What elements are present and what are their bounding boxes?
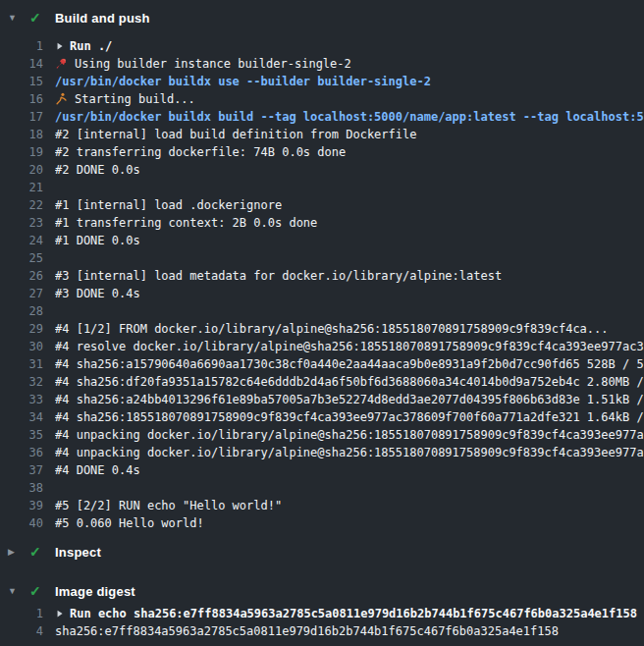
- line-text: #1 transferring context: 2B 0.0s done: [55, 214, 644, 232]
- line-text-content: #1 transferring context: 2B 0.0s done: [55, 216, 317, 230]
- line-number[interactable]: 34: [0, 408, 43, 426]
- line-number[interactable]: 26: [0, 267, 43, 285]
- line-number[interactable]: 15: [0, 73, 43, 90]
- line-number[interactable]: 28: [0, 302, 43, 320]
- section-title: Image digest: [55, 584, 135, 599]
- log-line: 19 #2 transferring dockerfile: 74B 0.0s …: [0, 143, 644, 161]
- log-line: 15 /usr/bin/docker buildx use --builder …: [0, 73, 644, 90]
- line-number[interactable]: 1: [0, 605, 43, 622]
- success-check-icon: ✓: [29, 11, 45, 25]
- run-icon[interactable]: [55, 605, 64, 622]
- line-number[interactable]: 21: [0, 179, 43, 196]
- chevron-icon: ▶: [8, 548, 24, 557]
- success-check-icon: ✓: [29, 584, 45, 598]
- line-text-content: #4 sha256:185518070891758909c9f839cf4ca3…: [55, 410, 644, 424]
- log-line: 36 #4 unpacking docker.io/library/alpine…: [0, 444, 644, 461]
- line-number[interactable]: 32: [0, 373, 43, 391]
- line-number[interactable]: 19: [0, 143, 43, 161]
- workflow-log: ▼ ✓ Build and push 1 Run ./ 14 Using bui…: [0, 6, 644, 640]
- line-number[interactable]: 17: [0, 108, 43, 126]
- line-text: #4 [1/2] FROM docker.io/library/alpine@s…: [55, 320, 644, 338]
- line-text: #3 [internal] load metadata for docker.i…: [55, 267, 644, 285]
- line-text: #2 [internal] load build definition from…: [55, 126, 644, 143]
- line-text-content: Run ./: [70, 39, 112, 53]
- line-number[interactable]: 22: [0, 196, 43, 214]
- line-text: /usr/bin/docker buildx use --builder bui…: [55, 73, 644, 90]
- section-header[interactable]: ▼ ✓ Image digest: [0, 579, 644, 603]
- section-lines: 1 Run echo sha256:e7ff8834a5963a2785c5a0…: [0, 605, 644, 640]
- log-line: 34 #4 sha256:185518070891758909c9f839cf4…: [0, 408, 644, 426]
- line-number[interactable]: 14: [0, 55, 43, 73]
- log-line: 33 #4 sha256:a24bb4013296f61e89ba57005a7…: [0, 391, 644, 408]
- line-text-content: #4 sha256:df20fa9351a15782c64e6dddb2d4a6…: [55, 375, 644, 389]
- line-number[interactable]: 40: [0, 514, 43, 532]
- log-section: ▼ ✓ Build and push 1 Run ./ 14 Using bui…: [0, 6, 644, 532]
- line-text-content: #3 DONE 0.4s: [55, 287, 140, 300]
- line-number[interactable]: 24: [0, 232, 43, 249]
- log-line: 31 #4 sha256:a15790640a6690aa1730c38cf0a…: [0, 355, 644, 373]
- line-text: #4 resolve docker.io/library/alpine@sha2…: [55, 338, 644, 355]
- line-text-content: #2 DONE 0.0s: [55, 163, 140, 177]
- line-text: [55, 249, 644, 267]
- line-number[interactable]: 20: [0, 161, 43, 179]
- line-text: #4 DONE 0.4s: [55, 461, 644, 479]
- line-number[interactable]: 1: [0, 37, 43, 55]
- section-title: Inspect: [55, 545, 101, 560]
- line-text: Run ./: [55, 37, 644, 55]
- line-text-content: Starting build...: [75, 92, 195, 106]
- line-text-content: #2 transferring dockerfile: 74B 0.0s don…: [55, 145, 346, 159]
- line-number[interactable]: 25: [0, 249, 43, 267]
- line-text: #2 transferring dockerfile: 74B 0.0s don…: [55, 143, 644, 161]
- line-number[interactable]: 36: [0, 444, 43, 461]
- log-section: ▶ ✓ Inspect: [0, 540, 644, 564]
- line-text-content: #4 sha256:a15790640a6690aa1730c38cf0a440…: [55, 357, 644, 371]
- line-text: #5 [2/2] RUN echo "Hello world!": [55, 497, 644, 514]
- log-line: 21: [0, 179, 644, 196]
- line-number[interactable]: 27: [0, 285, 43, 302]
- line-number[interactable]: 33: [0, 391, 43, 408]
- log-line: 1 Run ./: [0, 37, 644, 55]
- line-number[interactable]: 31: [0, 355, 43, 373]
- line-text: [55, 179, 644, 196]
- line-text: #4 unpacking docker.io/library/alpine@sh…: [55, 426, 644, 444]
- pushpin-icon: [55, 55, 68, 73]
- line-text: #1 [internal] load .dockerignore: [55, 196, 644, 214]
- line-number[interactable]: 4: [0, 622, 43, 640]
- line-number[interactable]: 39: [0, 497, 43, 514]
- section-header[interactable]: ▶ ✓ Inspect: [0, 540, 644, 564]
- line-number[interactable]: 23: [0, 214, 43, 232]
- line-text-content: Using builder instance builder-single-2: [75, 57, 351, 71]
- line-number[interactable]: 18: [0, 126, 43, 143]
- line-text: #5 0.060 Hello world!: [55, 514, 644, 532]
- log-line: 18 #2 [internal] load build definition f…: [0, 126, 644, 143]
- line-text-content: #4 DONE 0.4s: [55, 463, 140, 477]
- log-line: 22 #1 [internal] load .dockerignore: [0, 196, 644, 214]
- line-text-content: #4 resolve docker.io/library/alpine@sha2…: [55, 340, 644, 353]
- log-line: 39 #5 [2/2] RUN echo "Hello world!": [0, 497, 644, 514]
- log-line: 35 #4 unpacking docker.io/library/alpine…: [0, 426, 644, 444]
- log-line: 26 #3 [internal] load metadata for docke…: [0, 267, 644, 285]
- line-text: [55, 479, 644, 497]
- line-number[interactable]: 37: [0, 461, 43, 479]
- line-text: #4 unpacking docker.io/library/alpine@sh…: [55, 444, 644, 461]
- line-text: #4 sha256:185518070891758909c9f839cf4ca3…: [55, 408, 644, 426]
- line-number[interactable]: 16: [0, 90, 43, 108]
- run-icon[interactable]: [55, 37, 64, 55]
- line-number[interactable]: 38: [0, 479, 43, 497]
- line-number[interactable]: 35: [0, 426, 43, 444]
- log-line: 37 #4 DONE 0.4s: [0, 461, 644, 479]
- line-text-content: #3 [internal] load metadata for docker.i…: [55, 269, 502, 283]
- log-line: 1 Run echo sha256:e7ff8834a5963a2785c5a0…: [0, 605, 644, 622]
- line-text: #4 sha256:a15790640a6690aa1730c38cf0a440…: [55, 355, 644, 373]
- line-text-content: #5 [2/2] RUN echo "Hello world!": [55, 499, 282, 512]
- line-text-content: #5 0.060 Hello world!: [55, 516, 204, 530]
- line-number[interactable]: 29: [0, 320, 43, 338]
- line-text: #4 sha256:a24bb4013296f61e89ba57005a7b3e…: [55, 391, 644, 408]
- section-lines: 1 Run ./ 14 Using builder instance build…: [0, 37, 644, 532]
- log-line: 30 #4 resolve docker.io/library/alpine@s…: [0, 338, 644, 355]
- log-line: 20 #2 DONE 0.0s: [0, 161, 644, 179]
- section-header[interactable]: ▼ ✓ Build and push: [0, 6, 644, 29]
- line-text-content: #1 [internal] load .dockerignore: [55, 198, 282, 212]
- success-check-icon: ✓: [29, 545, 45, 559]
- line-number[interactable]: 30: [0, 338, 43, 355]
